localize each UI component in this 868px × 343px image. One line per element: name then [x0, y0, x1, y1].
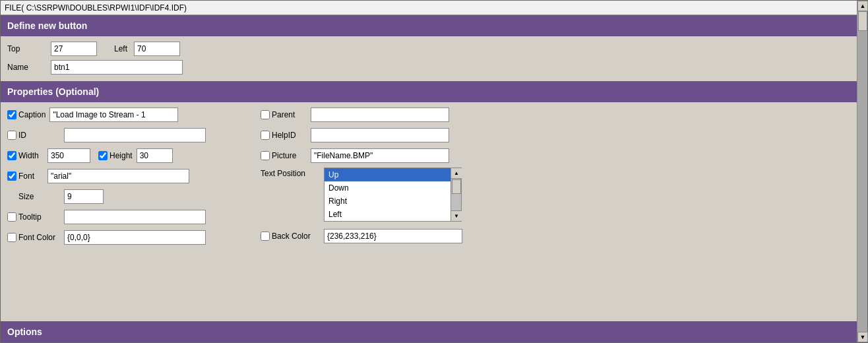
tooltip-checkbox-label[interactable]: Tooltip — [7, 212, 60, 222]
main-scroll-up[interactable]: ▲ — [857, 1, 868, 11]
width-checkbox[interactable] — [7, 151, 16, 160]
left-input[interactable] — [134, 42, 180, 56]
picture-input[interactable] — [311, 148, 449, 163]
font-color-checkbox-label[interactable]: Font Color — [7, 233, 60, 242]
height-checkbox[interactable] — [98, 151, 108, 160]
back-color-row: Back Color — [261, 228, 861, 245]
font-checkbox-label[interactable]: Font — [7, 172, 44, 181]
tooltip-label: Tooltip — [18, 212, 42, 222]
font-color-row: Font Color — [7, 229, 251, 246]
id-checkbox[interactable] — [7, 131, 16, 140]
height-checkbox-label[interactable]: Height — [98, 151, 133, 160]
name-label: Name — [7, 63, 47, 72]
tooltip-row: Tooltip — [7, 208, 251, 226]
main-window: FILE( C:\SSRPWI\DOUBLES\RPWI1\IDF\IDF4.I… — [0, 0, 868, 343]
top-input[interactable] — [51, 42, 97, 56]
caption-row: Caption — [7, 106, 251, 123]
id-checkbox-label[interactable]: ID — [7, 131, 60, 140]
main-scroll-track — [857, 11, 867, 332]
text-position-list[interactable]: Up Down Right Left — [324, 168, 451, 222]
width-input[interactable] — [47, 148, 90, 163]
id-input[interactable] — [64, 128, 206, 142]
back-color-checkbox-label[interactable]: Back Color — [261, 232, 320, 241]
parent-input[interactable] — [311, 108, 449, 122]
title-text: FILE( C:\SSRPWI\DOUBLES\RPWI1\IDF\IDF4.I… — [5, 3, 187, 13]
tooltip-input[interactable] — [64, 210, 206, 224]
size-row: Size — [7, 188, 251, 205]
height-label: Height — [109, 151, 133, 160]
main-scrollbar[interactable]: ▲ ▼ — [857, 1, 867, 342]
font-color-checkbox[interactable] — [7, 233, 16, 242]
define-section-label: Define new button — [7, 20, 87, 31]
picture-label: Picture — [272, 151, 296, 160]
font-color-label: Font Color — [18, 233, 55, 242]
size-label: Size — [7, 192, 60, 201]
caption-label: Caption — [18, 110, 46, 119]
font-row: Font — [7, 168, 251, 185]
help-id-input[interactable] — [311, 128, 449, 142]
right-properties-col: Parent HelpID Picture — [251, 106, 861, 317]
width-height-row: Width Height — [7, 147, 251, 164]
width-label: Width — [18, 151, 39, 160]
picture-row: Picture — [261, 147, 861, 164]
define-section-header: Define new button — [1, 15, 867, 36]
parent-label: Parent — [272, 110, 295, 119]
option-right[interactable]: Right — [325, 195, 450, 208]
size-input[interactable] — [64, 189, 104, 204]
options-section-label: Options — [7, 327, 42, 337]
font-checkbox[interactable] — [7, 172, 16, 181]
text-position-row: Text Position Up Down Right Left ▲ — [261, 168, 861, 222]
top-left-row: Top Left — [7, 42, 861, 56]
tooltip-checkbox[interactable] — [7, 212, 16, 222]
main-scroll-thumb — [858, 11, 867, 31]
top-label: Top — [7, 44, 47, 53]
caption-checkbox-label[interactable]: Caption — [7, 110, 46, 119]
scroll-up-arrow[interactable]: ▲ — [451, 168, 462, 179]
parent-row: Parent — [261, 106, 861, 123]
id-row: ID — [7, 127, 251, 144]
option-up[interactable]: Up — [325, 168, 450, 181]
properties-section-label: Properties (Optional) — [7, 86, 99, 97]
list-scrollbar[interactable]: ▲ ▼ — [451, 168, 462, 222]
font-color-input[interactable] — [64, 230, 206, 245]
option-left[interactable]: Left — [325, 208, 450, 221]
back-color-label: Back Color — [272, 232, 311, 241]
help-id-checkbox[interactable] — [261, 131, 270, 140]
basic-fields: Top Left Name — [1, 36, 867, 81]
option-down[interactable]: Down — [325, 181, 450, 195]
left-properties-col: Caption ID Width — [7, 106, 251, 317]
parent-checkbox-label[interactable]: Parent — [261, 110, 307, 119]
properties-section-header: Properties (Optional) — [1, 81, 867, 102]
text-position-label: Text Position — [261, 168, 320, 178]
back-color-checkbox[interactable] — [261, 232, 270, 241]
back-color-input[interactable] — [324, 229, 462, 243]
text-position-dropdown-container: Up Down Right Left ▲ ▼ — [324, 168, 462, 222]
help-id-checkbox-label[interactable]: HelpID — [261, 131, 307, 140]
parent-checkbox[interactable] — [261, 110, 270, 119]
picture-checkbox[interactable] — [261, 151, 270, 160]
scroll-thumb — [452, 179, 461, 194]
scroll-down-arrow[interactable]: ▼ — [451, 210, 462, 221]
name-row: Name — [7, 60, 861, 75]
caption-checkbox[interactable] — [7, 110, 16, 119]
picture-checkbox-label[interactable]: Picture — [261, 151, 307, 160]
scroll-track — [451, 179, 461, 210]
caption-input[interactable] — [49, 108, 178, 122]
help-id-row: HelpID — [261, 127, 861, 144]
height-input[interactable] — [137, 148, 173, 163]
help-id-label: HelpID — [272, 131, 296, 140]
id-label: ID — [18, 131, 26, 140]
font-input[interactable] — [47, 169, 189, 183]
width-checkbox-label[interactable]: Width — [7, 151, 44, 160]
name-input[interactable] — [51, 60, 183, 75]
left-label: Left — [114, 44, 127, 53]
title-bar: FILE( C:\SSRPWI\DOUBLES\RPWI1\IDF\IDF4.I… — [1, 1, 867, 15]
options-section-header: Options — [1, 321, 867, 342]
font-label: Font — [18, 172, 34, 181]
main-scroll-down[interactable]: ▼ — [857, 332, 868, 342]
